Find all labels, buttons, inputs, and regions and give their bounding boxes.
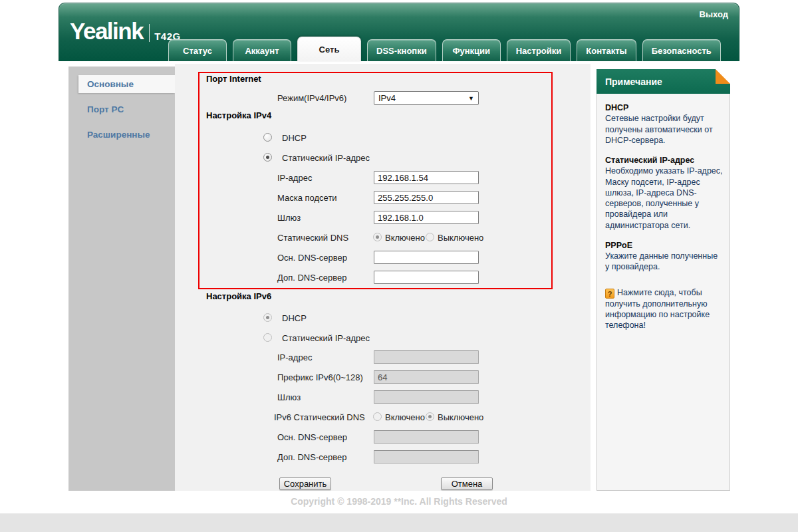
ipv6-static-row: Статический IP-адрес — [175, 331, 591, 345]
ipv4-static-radio[interactable] — [263, 153, 272, 162]
ipv6-static-radio — [263, 333, 272, 342]
mode-select-value: IPv4 — [378, 93, 396, 103]
ipv6-prefix-row: Префикс IPv6(0~128) — [175, 370, 591, 384]
ipv4-static-row: Статический IP-адрес — [175, 151, 591, 165]
header: Выход Yealink T42G Статус Аккаунт Сеть D… — [59, 3, 739, 61]
static-dns-off-radio — [426, 233, 434, 241]
ipv4-static-label: Статический IP-адрес — [282, 153, 370, 163]
static-dns-on-radio — [373, 233, 382, 241]
ipv6-static-dns-row: IPv6 Статический DNS Включено Выключено — [175, 410, 591, 424]
ipv4-dhcp-radio[interactable] — [263, 133, 272, 142]
secondary-dns-label: Доп. DNS-сервер — [277, 273, 373, 283]
mode-label: Режим(IPv4/IPv6) — [277, 93, 373, 103]
ipv4-ip-row: IP-адрес — [175, 171, 591, 185]
help-icon: ? — [605, 289, 614, 299]
tab-settings[interactable]: Настройки — [507, 39, 571, 61]
ipv4-primary-dns-row: Осн. DNS-сервер — [175, 251, 591, 265]
ip-address-label: IP-адрес — [277, 173, 373, 183]
folded-corner-icon — [716, 69, 730, 84]
ipv6-primary-dns-label: Осн. DNS-сервер — [277, 432, 373, 442]
ipv6-gateway-field — [374, 390, 479, 404]
ipv6-ip-row: IP-адрес — [175, 350, 591, 364]
help-text: Нажмите сюда, чтобы получить дополнитель… — [605, 288, 710, 331]
note-section-pppoe: PPPoE Укажите данные полученные у провай… — [605, 240, 723, 273]
ipv6-static-dns-off-radio — [426, 412, 434, 421]
logo-divider — [149, 24, 150, 42]
save-button[interactable]: Сохранить — [279, 477, 331, 490]
sidebar-item-advanced[interactable]: Расширенные — [78, 126, 175, 144]
ipv4-mask-row: Маска подсети — [175, 191, 591, 205]
ipv6-static-dns-off-label: Выключено — [438, 412, 483, 422]
brand-logo: Yealink T42G — [70, 19, 181, 43]
footer-bar — [0, 513, 798, 532]
tab-network[interactable]: Сеть — [297, 37, 361, 61]
network-form: Порт Internet Режим(IPv4/IPv6) IPv4 ▼ На… — [175, 64, 591, 491]
ipv6-static-dns-on-radio — [373, 412, 382, 421]
ipv4-gateway-row: Шлюз — [175, 211, 591, 225]
tab-security[interactable]: Безопасность — [642, 39, 721, 61]
mode-row: Режим(IPv4/IPv6) IPv4 ▼ — [175, 91, 591, 105]
nav-tabs: Статус Аккаунт Сеть DSS-кнопки Функции Н… — [168, 37, 721, 61]
gateway-label: Шлюз — [277, 213, 373, 223]
ipv6-static-label: Статический IP-адрес — [282, 333, 370, 343]
subnet-mask-label: Маска подсети — [277, 193, 373, 203]
note-panel: Примечание DHCP Сетевые настройки будут … — [597, 69, 730, 491]
ipv6-heading: Настройка IPv6 — [206, 291, 271, 301]
sidebar-item-basic[interactable]: Основные — [78, 75, 175, 93]
secondary-dns-field[interactable] — [374, 271, 479, 284]
ipv4-heading: Настройка IPv4 — [206, 110, 271, 120]
tab-dss-keys[interactable]: DSS-кнопки — [367, 39, 436, 61]
static-dns-on-label: Включено — [385, 233, 425, 243]
tab-status[interactable]: Статус — [168, 39, 227, 61]
ipv6-dhcp-radio — [263, 313, 272, 322]
ipv6-dhcp-label: DHCP — [282, 313, 307, 323]
sidebar: Основные Порт PC Расширенные — [68, 66, 175, 491]
ipv6-prefix-field — [374, 370, 479, 384]
copyright: Copyright © 1998-2019 **Inc. All Rights … — [59, 496, 739, 507]
ipv4-dhcp-label: DHCP — [282, 133, 307, 143]
ipv6-ip-field — [374, 350, 479, 364]
ipv6-secondary-dns-label: Доп. DNS-сервер — [277, 452, 373, 462]
ipv6-gateway-row: Шлюз — [175, 390, 591, 404]
ipv6-dhcp-row: DHCP — [175, 311, 591, 325]
note-header: Примечание — [597, 69, 730, 94]
primary-dns-field[interactable] — [374, 251, 479, 264]
ipv4-dhcp-row: DHCP — [175, 131, 591, 145]
ipv6-secondary-dns-row: Доп. DNS-сервер — [175, 450, 591, 464]
note-body: DHCP Сетевые настройки будут получены ав… — [597, 94, 730, 491]
tab-directory[interactable]: Контакты — [577, 39, 636, 61]
ipv6-secondary-dns-field — [374, 450, 479, 464]
mode-select[interactable]: IPv4 ▼ — [374, 91, 479, 105]
ipv6-primary-dns-row: Осн. DNS-сервер — [175, 430, 591, 444]
static-dns-label: Статический DNS — [277, 233, 373, 243]
note-section-dhcp: DHCP Сетевые настройки будут получены ав… — [605, 102, 723, 146]
static-dns-off-label: Выключено — [438, 233, 483, 243]
ip-address-field[interactable] — [374, 171, 479, 184]
cancel-button[interactable]: Отмена — [441, 477, 493, 490]
ipv6-prefix-label: Префикс IPv6(0~128) — [277, 372, 373, 382]
ipv6-gateway-label: Шлюз — [277, 392, 373, 402]
note-title: Примечание — [605, 76, 662, 87]
ipv6-ip-label: IP-адрес — [277, 352, 373, 362]
tab-account[interactable]: Аккаунт — [233, 39, 291, 61]
ipv6-primary-dns-field — [374, 430, 479, 444]
ipv6-static-dns-on-label: Включено — [385, 412, 425, 422]
form-actions: Сохранить Отмена — [175, 477, 591, 491]
tab-features[interactable]: Функции — [442, 39, 501, 61]
ipv4-secondary-dns-row: Доп. DNS-сервер — [175, 271, 591, 285]
chevron-down-icon: ▼ — [468, 95, 474, 102]
brand-name: Yealink — [70, 19, 143, 43]
sidebar-item-pc-port[interactable]: Порт PC — [78, 100, 175, 118]
internet-port-heading: Порт Internet — [206, 74, 261, 84]
note-section-static-ip: Статический IP-адрес Необходимо указать … — [605, 155, 723, 231]
logout-link[interactable]: Выход — [700, 9, 728, 19]
ipv4-static-dns-row: Статический DNS Включено Выключено — [175, 231, 591, 245]
gateway-field[interactable] — [374, 211, 479, 224]
help-link[interactable]: ?Нажмите сюда, чтобы получить дополнител… — [605, 287, 723, 331]
subnet-mask-field[interactable] — [374, 191, 479, 204]
ipv6-static-dns-label: IPv6 Статический DNS — [274, 412, 370, 422]
primary-dns-label: Осн. DNS-сервер — [277, 253, 373, 263]
